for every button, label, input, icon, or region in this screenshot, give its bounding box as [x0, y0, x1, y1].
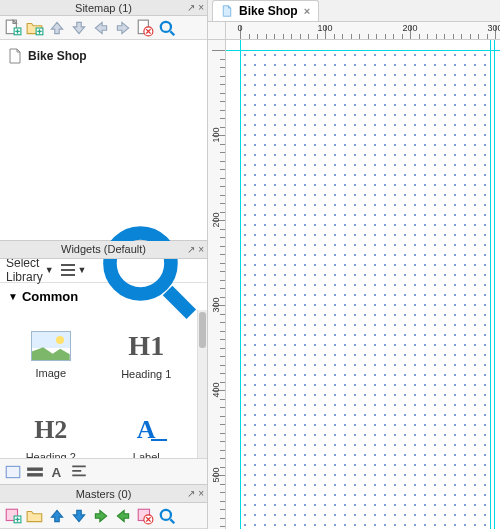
guide-horizontal[interactable] — [226, 50, 500, 51]
widget-heading-1[interactable]: H1 Heading 1 — [100, 314, 194, 396]
ruler-tick-label: 200 — [402, 23, 417, 33]
canvas-area: Bike Shop × 0100200300 100200300400500 — [208, 0, 500, 529]
svg-rect-8 — [27, 467, 43, 470]
design-surface[interactable] — [226, 40, 500, 529]
outdent-icon[interactable] — [92, 507, 110, 525]
scrollbar-thumb[interactable] — [199, 312, 206, 348]
move-down-icon[interactable] — [70, 19, 88, 37]
heading1-icon: H1 — [128, 330, 164, 362]
canvas-body: 100200300400500 — [208, 40, 500, 529]
ruler-tick-label: 200 — [211, 212, 221, 227]
ruler-vertical[interactable]: 100200300400500 — [208, 40, 226, 529]
app-root: Sitemap (1) ↗ × — [0, 0, 500, 529]
ruler-tick-label: 0 — [237, 23, 242, 33]
sitemap-toolbar — [0, 16, 207, 40]
svg-rect-7 — [6, 466, 20, 477]
ruler-row: 0100200300 — [208, 22, 500, 40]
widget-category-common[interactable]: ▼ Common — [0, 283, 207, 310]
move-up-icon[interactable] — [48, 19, 66, 37]
guide-vertical[interactable] — [490, 40, 491, 529]
add-master-folder-icon[interactable] — [26, 507, 44, 525]
widgets-scrollbar[interactable] — [197, 310, 207, 458]
add-master-icon[interactable] — [4, 507, 22, 525]
widget-label: Image — [35, 367, 66, 379]
widget-tool-icon[interactable]: A — [48, 463, 66, 481]
library-selector-label: Select Library — [6, 256, 43, 284]
add-folder-icon[interactable] — [26, 19, 44, 37]
widget-category-label: Common — [22, 289, 78, 304]
widgets-panel-header: Widgets (Default) ↗ × — [0, 241, 207, 259]
widget-grid: Image H1 Heading 1 H2 Heading 2 A Label — [0, 310, 197, 458]
sitemap-title: Sitemap (1) — [0, 2, 207, 14]
page-icon — [221, 5, 233, 17]
add-page-icon[interactable] — [4, 19, 22, 37]
sitemap-item-label: Bike Shop — [28, 49, 87, 63]
left-sidebar: Sitemap (1) ↗ × — [0, 0, 208, 529]
widget-heading-2[interactable]: H2 Heading 2 — [4, 398, 98, 458]
widget-label: Heading 2 — [26, 451, 76, 458]
popout-icon[interactable]: ↗ — [187, 244, 195, 255]
search-icon[interactable] — [158, 19, 176, 37]
widgets-title: Widgets (Default) — [0, 243, 207, 255]
widget-label: Label — [133, 451, 160, 458]
widgets-panel: Widgets (Default) ↗ × Select Library ▼ ▼ — [0, 240, 207, 484]
svg-rect-9 — [27, 473, 43, 476]
ruler-tick-label: 100 — [317, 23, 332, 33]
widget-tool-icon[interactable] — [70, 463, 88, 481]
widget-label[interactable]: A Label — [100, 398, 194, 458]
ruler-tick-label: 300 — [487, 23, 500, 33]
widgets-subtoolbar: Select Library ▼ ▼ — [0, 259, 207, 283]
sitemap-tree: Bike Shop — [0, 40, 207, 240]
image-placeholder-icon — [31, 331, 71, 361]
svg-point-5 — [161, 21, 171, 31]
tab-bar: Bike Shop × — [208, 0, 500, 22]
ruler-tick-label: 400 — [211, 382, 221, 397]
heading2-icon: H2 — [34, 415, 67, 445]
masters-panel-header: Masters (0) ↗ × — [0, 485, 207, 503]
popout-icon[interactable]: ↗ — [187, 488, 195, 499]
svg-text:A: A — [51, 464, 61, 479]
delete-page-icon[interactable] — [136, 19, 154, 37]
svg-point-15 — [161, 509, 171, 519]
tab-label: Bike Shop — [239, 4, 298, 18]
library-selector[interactable]: Select Library ▼ — [6, 256, 54, 284]
search-icon[interactable] — [158, 507, 176, 525]
delete-master-icon[interactable] — [136, 507, 154, 525]
indent-icon[interactable] — [114, 507, 132, 525]
indent-icon[interactable] — [114, 19, 132, 37]
sitemap-item[interactable]: Bike Shop — [8, 46, 199, 66]
masters-panel: Masters (0) ↗ × — [0, 484, 207, 529]
masters-title: Masters (0) — [0, 488, 207, 500]
ruler-horizontal[interactable]: 0100200300 — [226, 22, 500, 40]
close-tab-icon[interactable]: × — [304, 5, 310, 17]
masters-toolbar — [0, 503, 207, 529]
guide-vertical[interactable] — [494, 40, 495, 529]
widget-image[interactable]: Image — [4, 314, 98, 396]
dot-grid — [240, 50, 494, 529]
guide-vertical[interactable] — [240, 40, 241, 529]
widgets-bottom-toolbar: A — [0, 458, 207, 484]
collapse-icon: ▼ — [8, 291, 18, 302]
ruler-tick-label: 500 — [211, 467, 221, 482]
ruler-tick-label: 100 — [211, 127, 221, 142]
outdent-icon[interactable] — [92, 19, 110, 37]
popout-icon[interactable]: ↗ — [187, 2, 195, 13]
close-icon[interactable]: × — [198, 488, 204, 499]
ruler-tick-label: 300 — [211, 297, 221, 312]
sitemap-panel-header: Sitemap (1) ↗ × — [0, 0, 207, 16]
page-icon — [8, 48, 22, 64]
label-icon: A — [137, 415, 156, 445]
widget-label: Heading 1 — [121, 368, 171, 380]
ruler-corner — [208, 22, 226, 40]
close-icon[interactable]: × — [198, 244, 204, 255]
close-icon[interactable]: × — [198, 2, 204, 13]
widget-tool-icon[interactable] — [26, 463, 44, 481]
move-down-icon[interactable] — [70, 507, 88, 525]
chevron-down-icon: ▼ — [45, 265, 54, 275]
widget-tool-icon[interactable] — [4, 463, 22, 481]
move-up-icon[interactable] — [48, 507, 66, 525]
chevron-down-icon: ▼ — [78, 265, 87, 275]
tab-bike-shop[interactable]: Bike Shop × — [212, 0, 319, 21]
view-mode-selector[interactable]: ▼ — [60, 263, 87, 277]
